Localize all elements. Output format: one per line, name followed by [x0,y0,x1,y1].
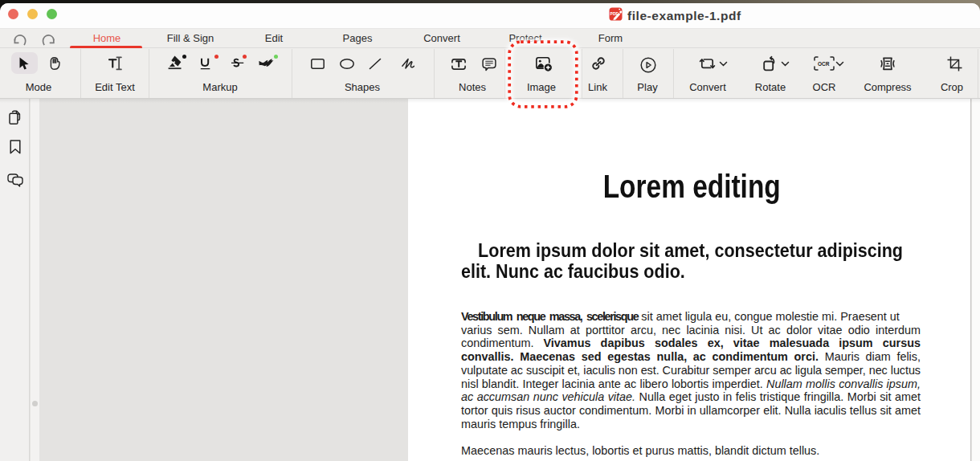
svg-text:OCR: OCR [818,61,830,67]
